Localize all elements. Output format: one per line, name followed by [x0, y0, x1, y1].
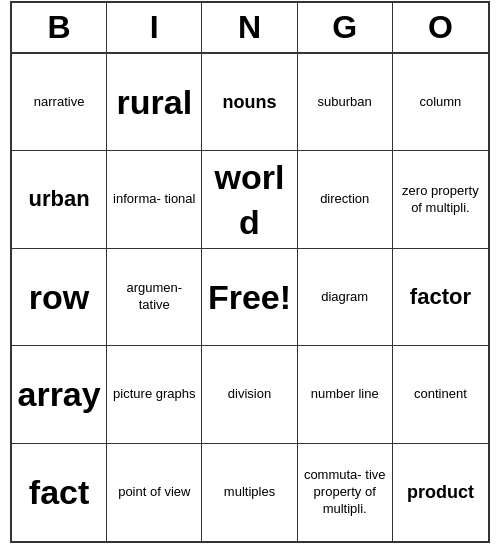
- bingo-header: BINGO: [12, 3, 488, 54]
- header-letter: G: [298, 3, 393, 52]
- bingo-cell: Free!: [202, 249, 297, 346]
- bingo-cell: point of view: [107, 444, 202, 541]
- bingo-cell: argumen- tative: [107, 249, 202, 346]
- bingo-cell: diagram: [298, 249, 393, 346]
- bingo-cell: direction: [298, 151, 393, 248]
- bingo-cell: urban: [12, 151, 107, 248]
- bingo-cell: column: [393, 54, 488, 151]
- bingo-cell: division: [202, 346, 297, 443]
- bingo-grid: narrativeruralnounssuburbancolumnurbanin…: [12, 54, 488, 541]
- bingo-cell: suburban: [298, 54, 393, 151]
- bingo-cell: product: [393, 444, 488, 541]
- bingo-cell: number line: [298, 346, 393, 443]
- bingo-cell: row: [12, 249, 107, 346]
- bingo-cell: array: [12, 346, 107, 443]
- header-letter: B: [12, 3, 107, 52]
- bingo-cell: nouns: [202, 54, 297, 151]
- bingo-card: BINGO narrativeruralnounssuburbancolumnu…: [10, 1, 490, 543]
- bingo-cell: world: [202, 151, 297, 248]
- header-letter: O: [393, 3, 488, 52]
- bingo-cell: fact: [12, 444, 107, 541]
- bingo-cell: zero property of multipli.: [393, 151, 488, 248]
- header-letter: I: [107, 3, 202, 52]
- bingo-cell: rural: [107, 54, 202, 151]
- bingo-cell: picture graphs: [107, 346, 202, 443]
- bingo-cell: informa- tional: [107, 151, 202, 248]
- bingo-cell: factor: [393, 249, 488, 346]
- bingo-cell: multiples: [202, 444, 297, 541]
- bingo-cell: continent: [393, 346, 488, 443]
- header-letter: N: [202, 3, 297, 52]
- bingo-cell: commuta- tive property of multipli.: [298, 444, 393, 541]
- bingo-cell: narrative: [12, 54, 107, 151]
